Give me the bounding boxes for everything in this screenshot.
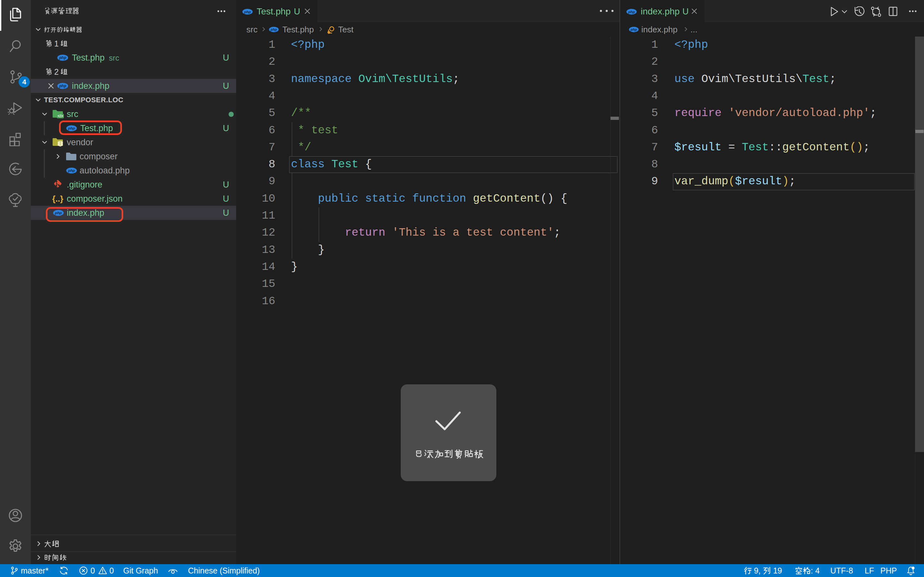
svg-text:</>: </> xyxy=(57,114,63,118)
